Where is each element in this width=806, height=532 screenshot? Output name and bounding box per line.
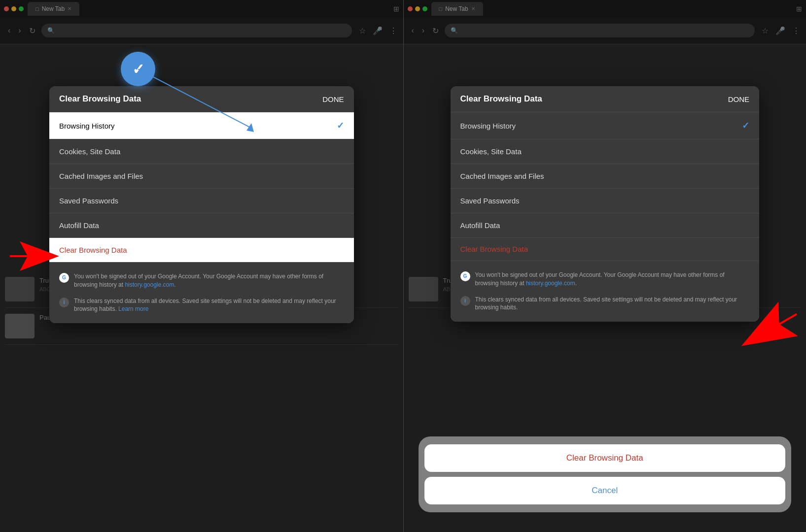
item-label-autofill-left: Autofill Data xyxy=(59,221,99,230)
dialog-info-left: G You won't be signed out of your Google… xyxy=(49,262,354,323)
cancel-btn[interactable]: Cancel xyxy=(424,477,786,504)
item-cookies-right[interactable]: Cookies, Site Data xyxy=(451,139,760,164)
clear-label-action-right: Clear Browsing Data xyxy=(460,245,528,253)
google-icon-right: G xyxy=(460,271,470,281)
clear-browsing-dialog-right: Clear Browsing Data DONE Browsing Histor… xyxy=(451,86,760,322)
info-row-2-right: i This clears synced data from all devic… xyxy=(460,292,750,316)
item-passwords-right[interactable]: Saved Passwords xyxy=(451,188,760,213)
info-text-2-left: This clears synced data from all devices… xyxy=(74,297,344,314)
item-browsing-history-right[interactable]: Browsing History ✓ xyxy=(451,112,760,139)
dialog-header-left: Clear Browsing Data DONE xyxy=(49,86,354,112)
item-label-cookies-right: Cookies, Site Data xyxy=(460,147,522,156)
item-browsing-history-left[interactable]: Browsing History ✓ xyxy=(49,112,354,139)
history-link-right[interactable]: history.google.com xyxy=(526,280,575,287)
info-row-1-left: G You won't be signed out of your Google… xyxy=(59,268,344,293)
confirm-popup-bg: Clear Browsing Data Cancel xyxy=(419,436,792,512)
clear-action-label-right[interactable]: Clear Browsing Data xyxy=(451,237,760,261)
item-label-browsing-history-right: Browsing History xyxy=(460,122,516,130)
history-link-left[interactable]: history.google.com xyxy=(125,281,174,288)
dialog-title-right: Clear Browsing Data xyxy=(460,94,542,104)
check-circle: ✓ xyxy=(121,52,155,86)
confirm-clear-btn[interactable]: Clear Browsing Data xyxy=(424,444,786,472)
svg-marker-2 xyxy=(10,241,59,271)
item-passwords-left[interactable]: Saved Passwords xyxy=(49,188,354,213)
item-label-cached-right: Cached Images and Files xyxy=(460,172,544,180)
item-label-cookies-left: Cookies, Site Data xyxy=(59,147,120,156)
check-mark: ✓ xyxy=(132,61,144,78)
item-cached-left[interactable]: Cached Images and Files xyxy=(49,164,354,188)
item-label-browsing-history-left: Browsing History xyxy=(59,122,115,130)
item-cached-right[interactable]: Cached Images and Files xyxy=(451,164,760,188)
info-text-2-right: This clears synced data from all devices… xyxy=(475,296,750,312)
checkmark-browsing-history-right: ✓ xyxy=(742,120,749,131)
item-label-cached-left: Cached Images and Files xyxy=(59,172,143,180)
red-arrow-left xyxy=(10,236,64,276)
left-panel: □ New Tab ✕ ⊞ ‹ › ↻ 🔍 ☆ 🎤 ⋮ Trump says B… xyxy=(0,0,403,532)
info-icon-right: i xyxy=(460,296,470,306)
info-text-1-right: You won't be signed out of your Google A… xyxy=(475,271,750,288)
dialog-info-right: G You won't be signed out of your Google… xyxy=(451,261,760,322)
dialog-title-left: Clear Browsing Data xyxy=(59,94,141,104)
info-text-1-left: You won't be signed out of your Google A… xyxy=(74,272,344,289)
item-label-passwords-left: Saved Passwords xyxy=(59,197,118,205)
checkmark-browsing-history-left: ✓ xyxy=(337,120,344,131)
item-cookies-left[interactable]: Cookies, Site Data xyxy=(49,139,354,164)
info-row-1-right: G You won't be signed out of your Google… xyxy=(460,267,750,292)
item-label-passwords-right: Saved Passwords xyxy=(460,197,520,205)
dialog-header-right: Clear Browsing Data DONE xyxy=(451,86,760,112)
confirm-popup-container: Clear Browsing Data Cancel xyxy=(419,436,792,512)
clear-browsing-data-btn-left[interactable]: Clear Browsing Data xyxy=(49,237,354,262)
right-panel: □ New Tab ✕ ⊞ ‹ › ↻ 🔍 ☆ 🎤 ⋮ Trump says B… xyxy=(403,0,806,532)
info-row-2-left: i This clears synced data from all devic… xyxy=(59,293,344,318)
done-btn-left[interactable]: DONE xyxy=(322,95,344,103)
item-label-autofill-right: Autofill Data xyxy=(460,221,500,230)
clear-browsing-dialog-left: Clear Browsing Data DONE Browsing Histor… xyxy=(49,86,354,323)
item-autofill-left[interactable]: Autofill Data xyxy=(49,213,354,237)
cancel-label: Cancel xyxy=(592,486,618,495)
learn-more-link-left[interactable]: Learn more xyxy=(118,305,148,312)
done-btn-right[interactable]: DONE xyxy=(728,95,749,103)
info-icon-left: i xyxy=(59,298,69,307)
confirm-clear-label: Clear Browsing Data xyxy=(566,453,643,463)
item-autofill-right[interactable]: Autofill Data xyxy=(451,213,760,237)
clear-label-left: Clear Browsing Data xyxy=(59,246,127,254)
